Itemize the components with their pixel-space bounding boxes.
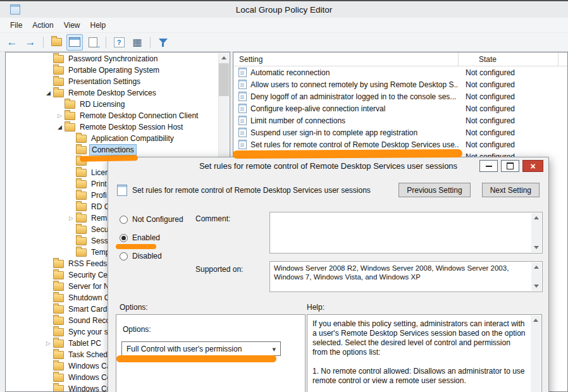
tree-item-connections[interactable]: Connections [6,144,230,156]
expanded-twisty-icon[interactable] [44,90,53,96]
supported-on-box[interactable]: Windows Server 2008 R2, Windows Server 2… [269,261,543,292]
menu-view[interactable]: View [59,20,85,31]
filter-icon[interactable] [155,34,171,51]
help-section-label: Help: [307,303,324,312]
tree-item-label: Rem [89,213,109,223]
folder-icon [53,271,64,279]
setting-name: Configure keep-alive connection interval [250,104,385,113]
setting-state: Not configured [459,140,559,149]
folder-icon [53,317,64,325]
folder-icon [53,89,64,97]
options-pane: Options: Full Control with user's permis… [116,314,306,392]
next-setting-button[interactable]: Next Setting [482,183,540,197]
radio-not-configured[interactable]: Not Configured [120,213,183,226]
settings-row[interactable]: Deny logoff of an administrator logged i… [233,90,567,102]
back-icon[interactable] [4,34,20,51]
tree-item-remote-desktop-session-host[interactable]: Remote Desktop Session Host [6,121,230,133]
help-scrollbar[interactable] [531,315,541,392]
collapsed-twisty-icon[interactable] [44,340,53,346]
remote-control-level-dropdown[interactable]: Full Control with user's permission [121,341,281,356]
dropdown-selected-value: Full Control with user's permission [127,345,242,353]
menu-help[interactable]: Help [85,20,111,31]
column-header-state[interactable]: State [459,52,559,66]
previous-setting-button[interactable]: Previous Setting [398,183,470,197]
toolbar-separator [150,37,151,48]
settings-row[interactable]: Allow users to connect remotely by using… [233,78,567,90]
export-list-icon[interactable] [85,34,101,51]
scroll-up-button[interactable] [531,315,541,325]
table-glyph [132,36,142,48]
tree-item-rd-licensing[interactable]: RD Licensing [6,99,230,110]
settings-row[interactable]: Configure keep-alive connection interval… [233,102,567,114]
show-console-tree-icon[interactable] [66,34,83,51]
collapsed-twisty-icon[interactable] [55,113,65,119]
forward-icon[interactable] [22,34,39,51]
scroll-up-button[interactable] [531,262,541,272]
chevron-down-icon [272,345,276,353]
radio-button-icon[interactable] [120,216,128,224]
comment-textarea[interactable] [269,212,543,254]
scroll-up-button[interactable] [219,53,229,63]
policy-setting-icon [238,92,247,101]
comment-scrollbar[interactable] [531,213,541,252]
tree-item-label: Application Compatibility [89,133,176,144]
dialog-titlebar[interactable]: Set rules for remote control of Remote D… [108,157,548,175]
maximize-button[interactable] [501,160,519,172]
settings-row[interactable]: Suspend user sign-in to complete app reg… [233,126,567,138]
tree-item-presentation-settings[interactable]: Presentation Settings [6,76,230,87]
settings-row[interactable]: Automatic reconnectionNot configured [233,66,567,78]
tree-item-label: Presentation Settings [66,77,142,87]
up-one-level-icon[interactable] [48,34,65,51]
minimize-icon [486,166,492,167]
window-title: Local Group Policy Editor [0,5,568,15]
tree-item-label: Profi [89,190,109,200]
standard-view-icon[interactable] [129,34,145,51]
tree-item-application-compatibility[interactable]: Application Compatibility [6,133,230,144]
collapsed-twisty-icon[interactable] [66,215,76,221]
tree-item-label: Remote Desktop Connection Client [78,111,200,121]
minimize-button[interactable] [479,160,498,172]
scrollbar-thumb[interactable] [219,63,229,96]
policy-setting-icon [238,116,247,125]
console-glyph [69,37,80,47]
tree-item-portable-operating-system[interactable]: Portable Operating System [6,64,230,76]
policy-setting-icon [238,104,247,113]
setting-cell: Deny logoff of an administrator logged i… [233,92,459,101]
setting-name: Allow users to connect remotely by using… [250,80,459,89]
setting-cell: Suspend user sign-in to complete app reg… [233,128,459,137]
tree-item-label: Print [89,179,109,189]
column-header-setting[interactable]: Setting [233,52,459,66]
tree-item-label: Windows Ca [66,361,113,371]
settings-row[interactable]: Set rules for remote control of Remote D… [233,138,567,150]
tree-item-remote-desktop-connection-client[interactable]: Remote Desktop Connection Client [6,110,230,121]
supported-scrollbar[interactable] [531,262,541,291]
menu-action[interactable]: Action [27,20,58,31]
help-icon[interactable] [111,34,127,51]
scroll-down-button[interactable] [531,281,541,291]
toolbar-separator [43,37,44,48]
tree-item-password-synchronization[interactable]: Password Synchronization [6,53,230,64]
radio-disabled[interactable]: Disabled [120,250,183,262]
radio-button-icon[interactable] [120,252,128,260]
comment-text [270,212,542,216]
radio-enabled[interactable]: Enabled [120,231,183,244]
close-button[interactable] [522,160,543,172]
annotation-connections [80,155,138,162]
folder-icon [53,294,64,302]
tree-item-label: RSS Feeds [66,259,109,269]
scroll-down-button[interactable] [531,243,541,252]
menu-file[interactable]: File [5,20,27,31]
help-text: If you enable this policy setting, admin… [307,315,541,389]
folder-icon [53,78,64,86]
expanded-twisty-icon[interactable] [55,124,65,130]
tree-item-remote-desktop-services[interactable]: Remote Desktop Services [6,87,230,99]
supported-on-label: Supported on: [195,265,243,274]
radio-button-icon[interactable] [120,234,128,242]
settings-row[interactable]: Limit number of connectionsNot configure… [233,114,567,126]
window-titlebar[interactable]: Local Group Policy Editor [0,1,568,18]
radio-label: Disabled [132,252,162,260]
setting-state: Not configured [459,116,559,125]
scroll-up-button[interactable] [531,213,541,223]
tree-item-label: Security Cer [66,270,112,280]
folder-icon [53,283,64,291]
